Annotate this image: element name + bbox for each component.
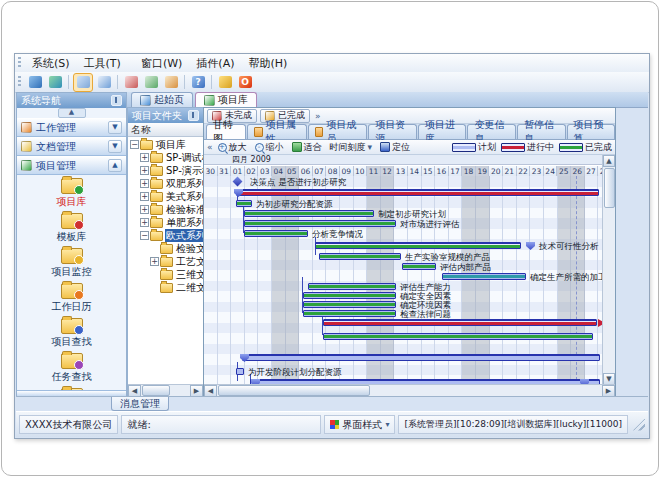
gantt-marker-down[interactable] xyxy=(526,242,535,250)
gantt-marker-diamond[interactable] xyxy=(233,177,243,187)
collapse-chevron-icon[interactable]: « xyxy=(207,142,213,152)
scroll-left-icon[interactable]: ◀ xyxy=(204,385,217,397)
sidebar-item-project-monitor[interactable]: 项目监控 xyxy=(52,248,92,279)
scroll-left-icon[interactable]: ◀ xyxy=(128,385,141,397)
gantt-bar-task-green[interactable] xyxy=(236,200,252,207)
report-add-icon[interactable] xyxy=(122,74,140,91)
gantt-bar-task-green[interactable] xyxy=(303,301,396,308)
gantt-body[interactable]: 决策点 是否进行初步研究为初步研究分配资源制定初步研究计划对市场进行评估分析竞争… xyxy=(204,176,603,385)
time-scale-dropdown[interactable]: 时间刻度▾ xyxy=(327,141,376,153)
tab-project-resources[interactable]: 项目资源 xyxy=(368,124,417,139)
sidebar-item-project-search[interactable]: 项目查找 xyxy=(52,318,92,349)
tree-node[interactable]: −欧式系列 xyxy=(128,229,203,242)
tree-node[interactable]: +双肥系列 xyxy=(128,177,203,190)
gantt-bar-summary-green[interactable] xyxy=(315,242,521,249)
tree-node[interactable]: +美式系列 xyxy=(128,190,203,203)
tab-pause-info[interactable]: 暂停信息 xyxy=(517,124,566,139)
gantt-bar-task-green[interactable] xyxy=(402,263,436,270)
expand-icon[interactable]: + xyxy=(140,166,149,175)
sidebar-group-project-management[interactable]: 项目管理▲ xyxy=(17,156,126,175)
chevron-down-icon[interactable]: ▼ xyxy=(108,121,122,134)
expand-icon[interactable]: + xyxy=(140,153,149,162)
sidebar-item-project-library[interactable]: 项目库 xyxy=(57,178,87,209)
sidebar-item-template-library[interactable]: 模板库 xyxy=(57,213,87,244)
menu-item-help[interactable]: 帮助(H) xyxy=(241,56,294,71)
zoom-out-button[interactable]: -缩小 xyxy=(252,141,287,153)
gantt-bar-task-plain[interactable] xyxy=(236,368,244,375)
gantt-bar-summary-plain[interactable] xyxy=(242,354,600,361)
expand-icon[interactable]: + xyxy=(140,205,149,214)
gantt-bar-task-green[interactable] xyxy=(308,283,396,290)
tree-node[interactable]: +检验标准 xyxy=(128,203,203,216)
tree-node[interactable]: 二维文件 xyxy=(128,281,203,294)
tree-horizontal-scrollbar[interactable]: ◀ ▶ xyxy=(128,384,203,396)
menu-item-system[interactable]: 系统(S) xyxy=(25,56,77,71)
tab-project-properties[interactable]: 项目属性 xyxy=(247,124,307,139)
sidebar-item-task-search[interactable]: 任务查找 xyxy=(52,353,92,384)
tab-project-progress[interactable]: 项目进度 xyxy=(418,124,467,139)
scroll-right-icon[interactable]: ▶ xyxy=(602,385,615,397)
overflow-chevron-icon[interactable]: » xyxy=(315,111,321,121)
tree-node[interactable]: +单肥系列 xyxy=(128,216,203,229)
scroll-up-icon[interactable]: ▲ xyxy=(603,155,615,167)
report-edit-icon[interactable] xyxy=(142,74,160,91)
tree-node[interactable]: 检验文件 xyxy=(128,242,203,255)
tree-column-header[interactable]: 名称 xyxy=(128,123,203,137)
chart-window-icon[interactable] xyxy=(95,74,113,91)
ui-style-dropdown[interactable]: 界面样式 ▾ xyxy=(324,415,395,434)
gantt-bar-task-green[interactable] xyxy=(244,230,308,237)
locate-button[interactable]: 定位 xyxy=(377,141,413,153)
tree-node[interactable]: +SP-调试机系 xyxy=(128,151,203,164)
gantt-bar-summary-red[interactable] xyxy=(236,189,599,196)
report-view-icon[interactable] xyxy=(162,74,180,91)
sidebar-group-document-management[interactable]: 文档管理▼ xyxy=(17,137,126,156)
zoom-in-button[interactable]: +放大 xyxy=(215,141,250,153)
chevron-down-icon[interactable]: ▼ xyxy=(108,140,122,153)
menu-item-plugins[interactable]: 插件(A) xyxy=(189,56,241,71)
expand-icon[interactable]: + xyxy=(140,179,149,188)
tab-change-info[interactable]: 变更信息 xyxy=(467,124,516,139)
tree-node[interactable]: +工艺文件 xyxy=(128,255,203,268)
fit-button[interactable]: 适合 xyxy=(289,141,325,153)
tree-node[interactable]: 三维文件 xyxy=(128,268,203,281)
gantt-bar-task-green[interactable] xyxy=(244,210,374,217)
collapse-icon[interactable]: − xyxy=(130,140,139,149)
toolbar-grip[interactable] xyxy=(18,76,21,88)
tab-project-budget[interactable]: 项目预算 xyxy=(567,124,616,139)
help-icon[interactable]: ? xyxy=(189,74,207,91)
expand-icon[interactable]: + xyxy=(140,218,149,227)
scroll-thumb[interactable] xyxy=(218,385,370,396)
scroll-right-icon[interactable]: ▶ xyxy=(190,385,203,397)
message-management-tab[interactable]: 消息管理 xyxy=(111,397,169,411)
globe-icon[interactable] xyxy=(46,74,64,91)
gantt-bar-task-teal[interactable] xyxy=(442,273,526,280)
tree-node[interactable]: −项目库 xyxy=(128,138,203,151)
gantt-bar-task-green[interactable] xyxy=(244,220,396,227)
gantt-horizontal-scrollbar[interactable]: ◀ ▶ xyxy=(204,384,615,396)
gantt-bar-summary-red[interactable] xyxy=(323,319,597,326)
menubar-grip[interactable] xyxy=(18,57,21,69)
pin-icon[interactable] xyxy=(111,95,122,106)
gantt-bar-task-green[interactable] xyxy=(319,253,401,260)
doc-tab-project-library[interactable]: 项目库 xyxy=(195,92,257,107)
menu-item-window[interactable]: 窗口(W) xyxy=(134,56,189,71)
gantt-bar-task-green[interactable] xyxy=(323,333,593,340)
monitor-icon[interactable] xyxy=(26,74,44,91)
lock-icon[interactable] xyxy=(216,74,234,91)
menu-item-tools[interactable]: 工具(T) xyxy=(77,56,128,71)
collapse-icon[interactable]: − xyxy=(140,231,149,240)
scroll-thumb[interactable] xyxy=(142,385,170,396)
doc-tab-start-page[interactable]: 起始页 xyxy=(131,92,193,107)
tab-gantt[interactable]: 甘特图 xyxy=(206,124,246,139)
pin-icon[interactable] xyxy=(188,110,199,121)
open-folder-icon[interactable] xyxy=(73,73,93,92)
gantt-vertical-scrollbar[interactable]: ▲ ▼ xyxy=(602,155,615,385)
resize-grip[interactable] xyxy=(633,419,645,431)
expand-icon[interactable]: + xyxy=(140,192,149,201)
stop-icon[interactable]: O xyxy=(236,74,254,91)
gantt-bar-task-green[interactable] xyxy=(303,310,396,317)
expand-icon[interactable]: + xyxy=(150,257,159,266)
sidebar-group-work-management[interactable]: 工作管理▼ xyxy=(17,118,126,137)
tab-project-members[interactable]: 项目成员 xyxy=(308,124,368,139)
collapse-up-icon[interactable]: ▲ xyxy=(58,108,86,118)
